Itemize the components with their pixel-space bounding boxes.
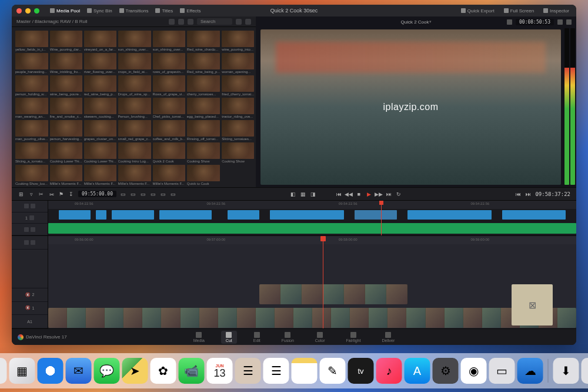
link-icon[interactable]: ⫘ [48,191,55,198]
dock-maps-icon[interactable]: ➤ [122,358,148,384]
clip-item[interactable]: fire_and_smoke_c... [50,98,82,118]
clip-item[interactable]: crops_in_field_at... [118,53,151,74]
overwrite-icon[interactable]: ▭ [170,191,177,198]
track-v1-head[interactable]: 1 [12,212,48,224]
clip-item[interactable]: Drops_of_wine_sp... [118,75,151,96]
window-close-button[interactable] [16,8,22,14]
dock-chrome-icon[interactable]: ◉ [461,358,487,384]
ripple-icon[interactable]: ▭ [140,191,147,198]
effects-tab[interactable]: Effects [178,7,203,15]
clip-item[interactable]: Cooking Lower Thi... [84,142,116,163]
sort-icon[interactable] [188,19,193,25]
step-back-icon[interactable]: ◀◀ [345,191,352,198]
clip-item[interactable]: Rinsing_off_tomat... [187,120,220,141]
viewer-mode-icon[interactable] [507,19,512,25]
clip-item[interactable]: person_harvesting... [50,120,82,141]
chevron-down-icon[interactable]: ▾ [429,19,432,24]
quick-export-button[interactable]: Quick Export [459,7,497,15]
place-icon[interactable]: ▭ [160,191,167,198]
clip-item[interactable]: Millie's Moments F... [118,165,151,185]
step-fwd-icon[interactable]: ▶▶ [375,191,382,198]
clip-item[interactable]: Millie's Moments F... [153,165,185,185]
window-minimize-button[interactable] [25,8,31,14]
clip-item[interactable]: fried_cherry_tomat... [222,75,254,96]
clip-item[interactable]: Person_brushing... [118,98,151,118]
closeup-icon[interactable]: ▭ [150,191,157,198]
go-start-icon[interactable]: ⏮ [335,191,342,198]
track-a-head[interactable] [12,224,48,235]
clip-item[interactable]: tractor_riding_ove... [222,98,254,118]
dock-facetime-icon[interactable]: 📹 [179,358,205,384]
clip-item[interactable]: wine_pouring_into... [222,31,254,51]
dock-app-icon[interactable]: ▭ [489,358,515,384]
dock-trash-icon[interactable]: 🗑 [582,358,589,384]
clip-item[interactable]: man_pouring_olive... [15,120,48,141]
dock-appstore-icon[interactable]: A [405,358,430,384]
clip-item[interactable]: red_wine_being_p... [84,75,116,96]
dock-contacts-icon[interactable]: ☰ [235,358,261,384]
track-v1-head-lower[interactable]: 🔇1 [12,302,48,315]
cut-page-tab[interactable]: Cut [221,331,237,344]
track-a1-head[interactable]: A1 [12,315,48,328]
clip-item[interactable]: Cooking Show [222,142,254,163]
dock-finder-icon[interactable] [0,358,7,384]
stop-icon[interactable]: ■ [355,191,362,198]
fusion-page-tab[interactable]: Fusion [277,331,299,344]
transitions-tab[interactable]: Transitions [117,7,151,15]
clip-item[interactable]: Red_wine_chardo... [187,31,220,51]
clip-item[interactable]: yellow_fields_in_t... [15,31,48,51]
clip-item[interactable]: people_harvesting... [15,53,48,74]
flag-icon[interactable]: ⚑ [58,191,65,198]
clip-item[interactable]: sun_shining_over... [153,31,185,51]
window-maximize-button[interactable] [34,8,39,14]
dock-notes-icon[interactable] [292,358,318,384]
clip-item[interactable]: Chef_picks_tomat... [153,98,185,118]
clip-item[interactable]: Red_wine_being_p... [187,53,220,74]
deliver-page-tab[interactable]: Deliver [377,331,399,344]
dock-tv-icon[interactable]: tv [348,358,374,384]
next-edit-icon[interactable]: ⏭ [524,191,532,198]
fairlight-page-tab[interactable]: Fairlight [342,331,366,344]
dock-launchpad-icon[interactable]: ▦ [9,358,35,384]
clip-item[interactable]: sun_shining_over... [118,31,151,51]
color-page-tab[interactable]: Color [310,331,330,344]
search-input[interactable]: Search [197,18,232,25]
prev-edit-icon[interactable]: ⏮ [514,191,522,198]
clip-item[interactable]: woman_opening... [222,53,254,74]
mute-icon[interactable] [31,227,35,232]
filter-icon[interactable] [236,19,242,25]
loop-icon[interactable]: ↻ [395,191,402,198]
snap-icon[interactable]: ⊞ [18,191,25,198]
playhead-lower[interactable] [323,236,323,328]
clip-item[interactable]: person_holding_w... [15,75,48,96]
media-page-tab[interactable]: Media [189,331,209,344]
clip-item[interactable]: egg_being_placed... [187,98,220,118]
clip-item[interactable]: Millie's Moments F... [50,165,82,185]
dock-settings-icon[interactable]: ⚙ [433,358,459,384]
transition-block[interactable]: ⊠ [512,284,553,325]
clip-item[interactable]: Slicing_tomatoes... [222,120,254,141]
lock-icon[interactable] [24,204,29,208]
dock-freeform-icon[interactable]: ✎ [320,358,346,384]
video-track-1[interactable] [48,209,576,221]
blade-icon[interactable] [31,240,35,245]
clip-item[interactable]: rows_of_grapevin... [153,53,185,74]
sync-icon[interactable] [31,204,35,208]
dock-mail-icon[interactable]: ✉ [66,358,92,384]
view-thumb-icon[interactable] [178,19,184,25]
clip-item[interactable]: skewers_cooking... [84,98,116,118]
dock-messages-icon[interactable]: 💬 [94,358,120,384]
sync-bin-tab[interactable]: Sync Bin [85,7,115,15]
viewer-clip-name[interactable]: Quick 2 Cook [400,19,429,25]
view-list-icon[interactable] [169,19,175,25]
smart-insert-icon[interactable]: ▭ [120,191,127,198]
dock-music-icon[interactable]: ♪ [376,358,402,384]
clip-item[interactable]: Cooking Show_loo... [15,165,48,185]
titles-tab[interactable]: Titles [153,7,175,15]
clip-item[interactable]: Cooking Show [187,142,220,163]
edit-page-tab[interactable]: Edit [249,331,265,344]
clip-item[interactable]: Quick 2 Cook [153,142,185,163]
audio-track-upper[interactable] [48,222,576,235]
append-icon[interactable]: ▭ [130,191,137,198]
viewer-monitor[interactable]: iplayzip.com [260,29,561,185]
